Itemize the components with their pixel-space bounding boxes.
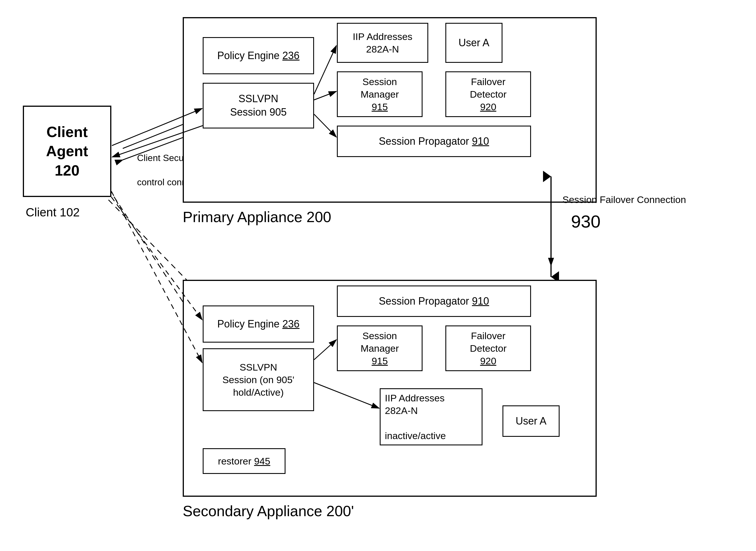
session-failover-label: Session Failover Connection: [563, 194, 686, 205]
secondary-iip-text: IIP Addresses 282A-N inactive/active: [385, 392, 446, 442]
secondary-user-a-text: User A: [516, 415, 547, 428]
primary-iip-box: IIP Addresses 282A-N: [337, 23, 428, 63]
secondary-session-propagator-text: Session Propagator 910: [379, 295, 489, 308]
secondary-failover-detector-box: FailoverDetector920: [446, 326, 531, 371]
primary-policy-engine-num: 236: [282, 50, 299, 61]
client-agent-label: Client Agent 120: [46, 122, 88, 180]
client-label: Client 102: [26, 205, 80, 219]
primary-user-a-text: User A: [459, 36, 489, 50]
primary-policy-engine-box: Policy Engine 236: [203, 37, 314, 74]
secondary-restorer-box: restorer 945: [203, 448, 285, 474]
primary-user-a-box: User A: [446, 23, 503, 63]
secondary-restorer-text: restorer 945: [218, 455, 270, 467]
primary-session-manager-text: SessionManager915: [360, 75, 399, 113]
primary-session-propagator-text: Session Propagator 910: [379, 135, 489, 148]
secondary-policy-engine-box: Policy Engine 236: [203, 306, 314, 343]
secondary-session-propagator-box: Session Propagator 910: [337, 286, 531, 317]
secondary-policy-engine-text: Policy Engine 236: [217, 318, 299, 331]
primary-failover-detector-text: FailoverDetector920: [470, 75, 507, 113]
secondary-policy-engine-num: 236: [282, 318, 299, 330]
primary-sslvpn-text: SSLVPN Session 905: [230, 92, 287, 119]
primary-policy-engine-text: Policy Engine 236: [217, 49, 299, 62]
secondary-failover-detector-text: FailoverDetector920: [470, 330, 507, 368]
diagram: Client Agent 120 Client 102 Client Secur…: [0, 0, 756, 551]
secondary-appliance-label: Secondary Appliance 200': [183, 502, 354, 520]
client-agent-box: Client Agent 120: [23, 106, 111, 197]
session-failover-num: 930: [571, 211, 600, 231]
primary-iip-text: IIP Addresses 282A-N: [352, 30, 412, 55]
primary-session-manager-box: SessionManager915: [337, 71, 423, 117]
secondary-session-manager-text: SessionManager915: [360, 330, 399, 368]
secondary-sslvpn-text: SSLVPN Session (on 905' hold/Active): [222, 361, 294, 399]
primary-appliance-label: Primary Appliance 200: [183, 208, 331, 225]
secondary-session-manager-box: SessionManager915: [337, 326, 423, 371]
secondary-iip-box: IIP Addresses 282A-N inactive/active: [380, 388, 483, 445]
primary-failover-detector-box: FailoverDetector920: [446, 71, 531, 117]
primary-session-propagator-box: Session Propagator 910: [337, 126, 531, 157]
secondary-user-a-box: User A: [503, 405, 560, 437]
primary-sslvpn-box: SSLVPN Session 905: [203, 83, 314, 128]
secondary-sslvpn-box: SSLVPN Session (on 905' hold/Active): [203, 348, 314, 411]
